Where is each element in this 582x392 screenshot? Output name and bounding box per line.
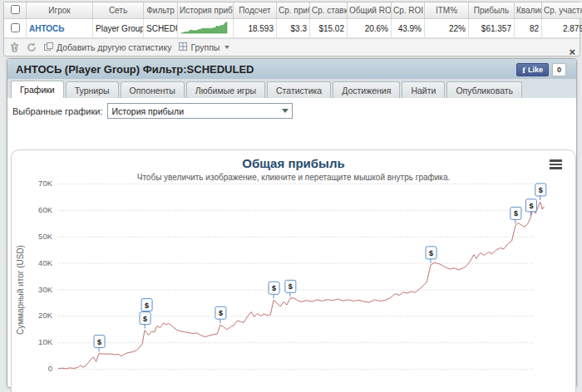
selected-graphs-label: Выбранные графики:	[12, 106, 102, 116]
row-checkbox[interactable]	[11, 23, 20, 32]
select-caret-icon	[282, 109, 289, 113]
tab-графики[interactable]: Графики	[11, 81, 64, 98]
column-header: Ср. ставк	[310, 2, 348, 19]
column-header: Общий ROI	[348, 2, 392, 19]
svg-text:30K: 30K	[38, 285, 53, 294]
svg-text:50K: 50K	[38, 232, 53, 241]
table-row: АНТОСЬPlayer GroupSCHEDUL18.593$3.3$15.0…	[4, 19, 582, 38]
tab-турниры[interactable]: Турниры	[66, 81, 119, 98]
svg-text:Суммарный итог (USD): Суммарный итог (USD)	[16, 245, 25, 335]
tab-найти[interactable]: Найти	[402, 81, 445, 98]
tab-bar: ГрафикиТурнирыОппонентыЛюбимые игрыСтати…	[7, 79, 576, 98]
page: ИгрокСетьФильтрИстория прибПодсчетСр. пр…	[0, 0, 582, 392]
chart-container[interactable]: 70K60K50K40K30K20K10K0-10K0k2k4k6k8k10k1…	[11, 149, 576, 392]
svg-text:$: $	[143, 315, 147, 323]
panel-title: АНТОСЬ (Player Group) Фильтр:SCHEDULED	[16, 63, 254, 76]
facebook-like-button[interactable]: f Like	[516, 63, 549, 76]
table-cell: $15.02	[310, 19, 348, 38]
select-all-checkbox[interactable]	[11, 5, 20, 14]
svg-text:$: $	[514, 209, 518, 218]
trash-icon[interactable]	[10, 42, 19, 52]
stats-table-head: ИгрокСетьФильтрИстория прибПодсчетСр. пр…	[4, 2, 582, 19]
significant-win-flag[interactable]: $	[141, 299, 152, 311]
add-stats-icon	[44, 42, 53, 52]
refresh-icon[interactable]	[27, 42, 37, 52]
significant-win-flag[interactable]: $	[535, 184, 546, 196]
column-header: Ср. ROI	[392, 2, 425, 19]
add-stats-button[interactable]: Добавить другую статистику	[44, 42, 171, 52]
like-label: Like	[528, 66, 543, 74]
significant-win-flag[interactable]: $	[426, 247, 436, 259]
svg-text:20K: 20K	[38, 311, 53, 320]
groups-button[interactable]: Группы	[179, 42, 229, 52]
column-header: Ср. приб	[277, 2, 310, 19]
player-panel: АНТОСЬ (Player Group) Фильтр:SCHEDULED f…	[7, 58, 577, 388]
chart-subtitle: Чтобы увеличить изображение, кликните и …	[12, 173, 575, 182]
chart-title: Общая прибыль	[12, 156, 575, 170]
table-cell: 43.9%	[392, 19, 425, 38]
stats-table: ИгрокСетьФильтрИстория прибПодсчетСр. пр…	[4, 2, 582, 38]
significant-win-flag[interactable]: $	[94, 336, 105, 348]
svg-text:60K: 60K	[38, 205, 53, 214]
svg-text:$: $	[272, 284, 276, 292]
profit-chart-svg: 70K60K50K40K30K20K10K0-10K0k2k4k6k8k10k1…	[12, 150, 575, 392]
significant-win-flag[interactable]: $	[285, 280, 296, 292]
graph-select[interactable]: История прибыли	[107, 103, 293, 119]
svg-text:$: $	[529, 202, 533, 210]
player-name-link[interactable]: АНТОСЬ	[27, 19, 93, 38]
panel-content: Выбранные графики: История прибыли 70K60…	[7, 98, 576, 387]
groups-icon	[179, 42, 187, 52]
svg-text:$: $	[219, 309, 223, 317]
tab-достижения[interactable]: Достижения	[333, 81, 400, 98]
caret-down-icon	[224, 46, 229, 49]
svg-text:0: 0	[48, 364, 52, 373]
stats-toolbar: Добавить другую статистику Группы	[4, 38, 580, 56]
table-cell: Player Group	[93, 19, 144, 38]
panel-close-button[interactable]: ×	[569, 48, 575, 56]
like-count-badge: 0	[552, 63, 566, 76]
graph-select-value: История прибыли	[111, 106, 184, 116]
groups-label: Группы	[190, 42, 219, 52]
svg-text:$: $	[539, 186, 543, 194]
tab-опубликовать[interactable]: Опубликовать	[446, 81, 522, 98]
add-stats-label: Добавить другую статистику	[57, 42, 171, 52]
select-all-header[interactable]	[4, 2, 27, 19]
stats-table-body: АНТОСЬPlayer GroupSCHEDUL18.593$3.3$15.0…	[4, 19, 582, 38]
column-header: Ср. участни	[542, 2, 582, 19]
tab-статистика[interactable]: Статистика	[267, 81, 331, 98]
svg-text:$: $	[429, 249, 433, 257]
row-checkbox-cell	[4, 19, 27, 38]
stats-table-card: ИгрокСетьФильтрИстория прибПодсчетСр. пр…	[3, 2, 580, 56]
svg-text:10K: 10K	[38, 337, 53, 346]
significant-win-flag[interactable]: $	[525, 199, 536, 212]
table-cell: 82	[515, 19, 542, 38]
column-header: История приб	[178, 2, 234, 19]
column-header: Прибыль	[469, 2, 515, 19]
graph-controls: Выбранные графики: История прибыли	[12, 103, 293, 119]
column-header: Подсчет	[234, 2, 277, 19]
column-header: ITM%	[425, 2, 469, 19]
table-cell: 22%	[425, 19, 469, 38]
significant-win-flag[interactable]: $	[510, 207, 521, 219]
table-cell: 20.6%	[348, 19, 392, 38]
significant-win-flag[interactable]: $	[215, 306, 226, 319]
table-cell: $61.357	[469, 19, 515, 38]
tab-оппоненты[interactable]: Оппоненты	[121, 81, 185, 98]
panel-header: АНТОСЬ (Player Group) Фильтр:SCHEDULED f…	[7, 59, 576, 79]
table-cell: SCHEDUL	[144, 19, 178, 38]
significant-win-flag[interactable]: $	[269, 282, 279, 294]
column-header: Фильтр	[144, 2, 178, 19]
table-cell: 18.593	[234, 19, 277, 38]
svg-text:40K: 40K	[38, 258, 53, 267]
profit-history-sparkline	[178, 19, 234, 38]
table-cell: $3.3	[277, 19, 310, 38]
significant-win-flag[interactable]: $	[140, 312, 150, 325]
column-header: Сеть	[93, 2, 144, 19]
facebook-like-widget: f Like 0	[516, 63, 566, 76]
svg-text:$: $	[97, 338, 101, 346]
tab-любимые-игры[interactable]: Любимые игры	[186, 81, 265, 98]
facebook-icon: f	[522, 66, 525, 74]
column-header: Квалис	[515, 2, 542, 19]
chart-menu-icon[interactable]	[550, 159, 562, 171]
column-header: Игрок	[27, 2, 93, 19]
